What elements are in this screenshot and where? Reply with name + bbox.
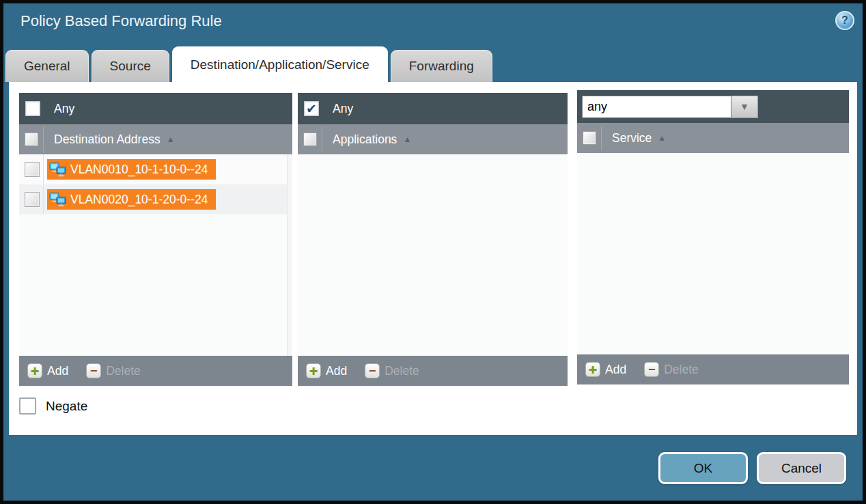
negate-row: Negate xyxy=(19,397,87,415)
applications-any-label: Any xyxy=(333,102,353,116)
add-label: Add xyxy=(605,363,626,377)
row-checkbox[interactable] xyxy=(25,192,40,207)
address-chip[interactable]: VLAN0010_10-1-10-0--24 xyxy=(47,159,216,180)
destination-any-bar: Any xyxy=(19,93,292,124)
address-chip[interactable]: VLAN0020_10-1-20-0--24 xyxy=(47,189,216,210)
delete-button[interactable]: − Delete xyxy=(365,363,419,378)
service-select-all-checkbox[interactable] xyxy=(583,131,596,145)
sort-asc-icon: ▲ xyxy=(403,135,411,144)
header-divider xyxy=(322,127,322,152)
delete-icon: − xyxy=(86,363,101,378)
applications-column-header[interactable]: Applications ▲ xyxy=(298,124,568,154)
destination-any-label: Any xyxy=(54,102,74,116)
help-icon[interactable]: ? xyxy=(835,11,854,30)
applications-header-label: Applications xyxy=(333,132,397,147)
applications-select-all-checkbox[interactable] xyxy=(303,132,317,146)
service-column: ▼ Service ▲ ✚ Add − Delete xyxy=(577,90,849,384)
destination-any-checkbox[interactable] xyxy=(25,101,40,116)
service-list xyxy=(577,153,849,354)
applications-column: ✔ Any Applications ▲ ✚ Add − Delete xyxy=(298,93,568,386)
policy-based-forwarding-rule-dialog: Policy Based Forwarding Rule ? General S… xyxy=(0,0,866,504)
service-header-label: Service xyxy=(612,131,652,145)
row-divider xyxy=(43,154,44,184)
destination-select-all-checkbox[interactable] xyxy=(25,132,38,146)
destination-column-header[interactable]: Destination Address ▲ xyxy=(19,124,292,154)
scrollbar-track[interactable] xyxy=(287,154,292,356)
table-row[interactable]: VLAN0010_10-1-10-0--24 xyxy=(19,154,292,184)
ok-button[interactable]: OK xyxy=(658,452,748,484)
destination-footer-bar: ✚ Add − Delete xyxy=(19,356,292,386)
tab-content-panel: Any Destination Address ▲ xyxy=(9,82,857,435)
tab-general[interactable]: General xyxy=(5,50,89,82)
delete-button[interactable]: − Delete xyxy=(86,363,141,378)
sort-asc-icon: ▲ xyxy=(167,135,175,144)
destination-list: VLAN0010_10-1-10-0--24 xyxy=(19,154,292,356)
add-icon: ✚ xyxy=(27,363,42,378)
applications-footer-bar: ✚ Add − Delete xyxy=(298,356,568,386)
negate-checkbox[interactable] xyxy=(19,397,36,415)
tab-forwarding[interactable]: Forwarding xyxy=(391,50,492,82)
service-footer-bar: ✚ Add − Delete xyxy=(577,354,849,384)
tab-destination-application-service[interactable]: Destination/Application/Service xyxy=(172,46,388,82)
delete-label: Delete xyxy=(106,364,141,378)
delete-icon: − xyxy=(644,362,659,377)
dialog-title: Policy Based Forwarding Rule xyxy=(20,12,222,30)
row-divider xyxy=(43,184,44,214)
address-label: VLAN0020_10-1-20-0--24 xyxy=(70,193,208,207)
add-icon: ✚ xyxy=(585,362,600,377)
add-icon: ✚ xyxy=(306,363,321,378)
sort-asc-icon: ▲ xyxy=(658,133,666,143)
applications-list xyxy=(298,154,568,356)
applications-any-checkbox[interactable]: ✔ xyxy=(304,101,319,116)
add-button[interactable]: ✚ Add xyxy=(585,362,626,377)
delete-label: Delete xyxy=(664,363,699,377)
row-checkbox[interactable] xyxy=(25,162,40,177)
add-label: Add xyxy=(47,364,68,378)
cancel-button[interactable]: Cancel xyxy=(757,452,846,484)
destination-address-column: Any Destination Address ▲ xyxy=(19,93,292,386)
destination-header-label: Destination Address xyxy=(54,132,160,147)
add-button[interactable]: ✚ Add xyxy=(27,363,68,378)
tab-source[interactable]: Source xyxy=(92,50,169,82)
network-icon xyxy=(49,163,66,177)
network-icon xyxy=(49,193,66,207)
delete-button[interactable]: − Delete xyxy=(644,362,699,377)
add-button[interactable]: ✚ Add xyxy=(306,363,347,378)
delete-label: Delete xyxy=(385,364,419,378)
service-dropdown-input[interactable] xyxy=(582,96,731,118)
table-row[interactable]: VLAN0020_10-1-20-0--24 xyxy=(19,184,292,214)
header-divider xyxy=(601,126,602,150)
address-label: VLAN0010_10-1-10-0--24 xyxy=(70,163,208,177)
dialog-button-bar: OK Cancel xyxy=(658,452,846,484)
service-dropdown-bar: ▼ xyxy=(577,90,849,123)
tab-bar: General Source Destination/Application/S… xyxy=(5,46,495,82)
service-column-header[interactable]: Service ▲ xyxy=(577,123,849,153)
delete-icon: − xyxy=(365,363,380,378)
dropdown-arrow-icon[interactable]: ▼ xyxy=(731,96,758,118)
applications-any-bar: ✔ Any xyxy=(298,93,568,124)
add-label: Add xyxy=(326,364,347,378)
negate-label: Negate xyxy=(46,399,87,414)
header-divider xyxy=(43,127,44,152)
